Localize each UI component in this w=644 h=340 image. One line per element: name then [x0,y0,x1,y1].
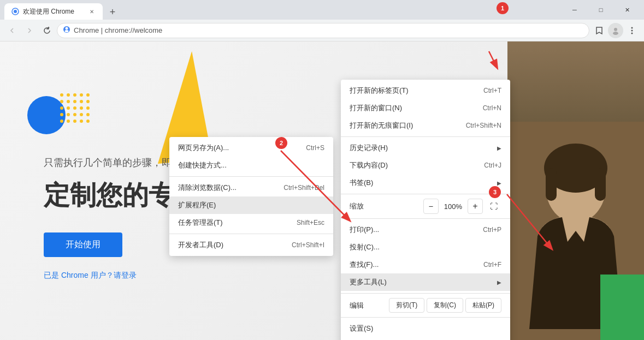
annotation-circle-3: 3 [489,186,501,198]
back-button[interactable] [4,23,20,38]
menu-item-cast[interactable]: 投射(C)... [341,238,510,256]
menu-item-help[interactable]: 帮助(E) ▶ [341,337,510,340]
tab-favicon [11,7,20,16]
submenu-extensions[interactable]: 扩展程序(E) [169,196,333,214]
forward-button[interactable] [22,23,37,38]
main-menu: 打开新的标签页(T) Ctrl+T 打开新的窗口(N) Ctrl+N 打开新的无… [341,80,510,340]
submenu-create-shortcut[interactable]: 创建快捷方式... [169,157,333,174]
more-tools-submenu: 网页另存为(A)... Ctrl+S 创建快捷方式... 清除浏览数据(C)..… [169,137,333,256]
toolbar-right-buttons [592,23,640,38]
close-button[interactable]: ✕ [615,2,640,18]
svg-rect-15 [595,168,606,201]
site-info-icon [63,26,70,35]
menu-item-incognito[interactable]: 打开新的无痕窗口(I) Ctrl+Shift+N [341,117,510,134]
menu-item-more-tools[interactable]: 更多工具(L) ▶ [341,273,510,291]
start-button[interactable]: 开始使用 [44,232,122,257]
title-bar: 欢迎使用 Chrome ✕ + 1 ─ □ ✕ [0,0,644,20]
active-tab[interactable]: 欢迎使用 Chrome ✕ [4,3,103,20]
svg-point-7 [613,32,618,35]
edit-buttons: 剪切(T) 复制(C) 粘贴(P) [389,298,501,313]
edit-row: 编辑 剪切(T) 复制(C) 粘贴(P) [341,296,510,315]
refresh-button[interactable] [39,23,55,38]
svg-point-4 [65,30,69,32]
menu-item-history[interactable]: 历史记录(H) ▶ [341,139,510,157]
tab-strip: 欢迎使用 Chrome ✕ + [4,0,120,20]
menu-item-print[interactable]: 打印(P)... Ctrl+P [341,221,510,238]
profile-button[interactable] [608,23,623,38]
menu-button[interactable] [624,23,640,38]
menu-item-find[interactable]: 查找(F)... Ctrl+F [341,256,510,273]
submenu-save-page[interactable]: 网页另存为(A)... Ctrl+S [169,139,333,157]
menu-separator-1 [341,136,510,137]
menu-item-new-window[interactable]: 打开新的窗口(N) Ctrl+N [341,99,510,117]
svg-point-8 [631,27,633,28]
tab-title: 欢迎使用 Chrome [23,7,85,16]
deco-dot-grid [60,93,91,124]
minimize-button[interactable]: ─ [562,2,587,18]
zoom-value-display: 100% [440,202,466,211]
annotation-circle-2: 2 [275,137,287,149]
zoom-controls-row: 缩放 － 100% + ⛶ [341,196,510,216]
maximize-button[interactable]: □ [588,2,613,18]
zoom-out-button[interactable]: － [423,199,439,214]
paste-button[interactable]: 粘贴(P) [465,298,501,313]
submenu-separator-2 [169,234,333,234]
menu-item-settings[interactable]: 设置(S) [341,320,510,337]
submenu-task-manager[interactable]: 任务管理器(T) Shift+Esc [169,214,333,231]
svg-point-10 [631,32,633,34]
person-photo [507,41,644,340]
login-link[interactable]: 已是 Chrome 用户？请登录 [44,271,137,281]
address-bar[interactable]: Chrome | chrome://welcome [57,23,589,38]
copy-button[interactable]: 复制(C) [427,298,463,313]
menu-item-downloads[interactable]: 下载内容(D) Ctrl+J [341,157,510,174]
svg-point-6 [614,28,617,31]
menu-separator-5 [341,317,510,318]
svg-point-1 [14,10,17,13]
tab-close-button[interactable]: ✕ [87,7,96,16]
menu-separator-4 [341,293,510,294]
toolbar: Chrome | chrome://welcome [0,20,644,41]
svg-rect-14 [546,168,557,201]
site-name: Chrome | chrome://welcome [74,26,162,34]
svg-point-9 [631,29,633,31]
menu-separator-2 [341,194,510,194]
submenu-clear-browsing-data[interactable]: 清除浏览数据(C)... Ctrl+Shift+Del [169,179,333,196]
green-flag [600,275,644,340]
new-tab-button[interactable]: + [105,4,120,20]
cut-button[interactable]: 剪切(T) [389,298,424,313]
menu-item-new-tab[interactable]: 打开新的标签页(T) Ctrl+T [341,82,510,99]
annotation-circle-1: 1 [497,2,509,14]
svg-point-3 [66,27,68,30]
bookmark-button[interactable] [592,23,607,38]
window-controls: ─ □ ✕ [562,2,640,18]
submenu-separator-1 [169,176,333,177]
zoom-controls: － 100% + ⛶ [423,199,501,214]
welcome-page: 只需执行几个简单的步骤，即可完成浏览 定制您的专属 Ch 开始使用 已是 Chr… [0,41,644,340]
menu-separator-3 [341,218,510,219]
zoom-in-button[interactable]: + [468,199,483,214]
menu-item-bookmarks[interactable]: 书签(B) ▶ [341,174,510,192]
browser-frame: 欢迎使用 Chrome ✕ + 1 ─ □ ✕ [0,0,644,340]
submenu-devtools[interactable]: 开发者工具(D) Ctrl+Shift+I [169,236,333,254]
content-area: 只需执行几个简单的步骤，即可完成浏览 定制您的专属 Ch 开始使用 已是 Chr… [0,41,644,340]
address-text: Chrome | chrome://welcome [74,26,583,34]
svg-line-17 [489,51,497,68]
fullscreen-button[interactable]: ⛶ [486,199,501,214]
